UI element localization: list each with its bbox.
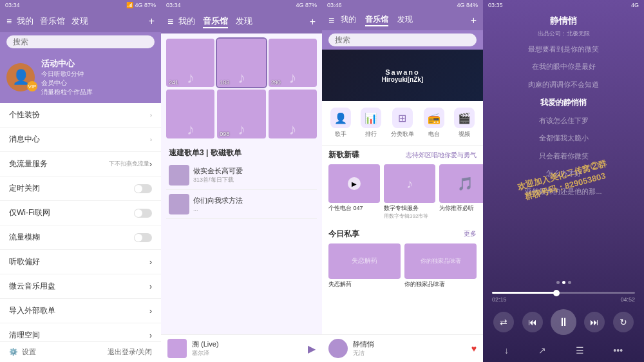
album-item-3[interactable]: 290 (269, 39, 317, 87)
new-music-card-2[interactable]: ♪ 数字专辑服务 用数字专辑392市等 (384, 164, 435, 220)
song-item-1[interactable]: 做实金长高可爱 313首/每日下载 (166, 161, 317, 190)
quick-icon-singer[interactable]: 👤 歌手 (330, 108, 351, 138)
download-icon[interactable]: ↓ (504, 345, 509, 356)
lyric-0[interactable]: 最想要看到是你的微笑 (493, 41, 634, 58)
search-input-1[interactable] (6, 35, 155, 48)
new-music-scroll: ▶ 个性电台 047 ♪ 数字专辑服务 用数字专辑392市等 🎵 为你推荐必听 (322, 164, 483, 225)
dot-3 (568, 281, 571, 284)
progress-thumb[interactable] (553, 290, 560, 296)
lyric-6[interactable]: 只会着着你微笑 (493, 148, 634, 165)
progress-track[interactable] (492, 292, 635, 294)
settings-label[interactable]: 设置 (22, 347, 36, 357)
lyric-1[interactable]: 在我的眼中你是最好 (493, 58, 634, 75)
new-music-card-3[interactable]: 🎵 为你推荐必听 (439, 164, 483, 220)
tab-mine-2[interactable]: 我的 (178, 15, 195, 28)
now-playing-artist-2: 塞尔泽 (192, 349, 303, 357)
menu-toggle-timer[interactable] (134, 184, 152, 193)
menu-item-personalize[interactable]: 个性装扮 › (0, 103, 161, 128)
tab-library-3[interactable]: 音乐馆 (365, 14, 388, 26)
shuffle-button[interactable]: ⇄ (493, 312, 514, 332)
repeat-button[interactable]: ↻ (613, 312, 634, 332)
album-item-5[interactable]: 098 (217, 90, 265, 138)
song-info-1: 做实金长高可爱 313首/每日下载 (193, 166, 314, 184)
lyric-5[interactable]: 全都懂我太脆小 (493, 129, 634, 147)
menu-item-free-flow[interactable]: 免流量服务 下不扣燕免流量 › (0, 152, 161, 176)
tab-discover-3[interactable]: 发现 (397, 14, 413, 26)
heart-button[interactable]: ♥ (471, 343, 477, 354)
song-item-2[interactable]: 你们向我求方法 ... (166, 190, 317, 219)
menu-icon-3[interactable]: ≡ (328, 15, 334, 26)
discovery-content: Sawano Hiroyuki[nZk] 👤 歌手 📊 排行 ⊞ 分类歌单 📻 … (322, 50, 483, 334)
header-1: ≡ 我的 音乐馆 发现 + (0, 10, 161, 32)
share-icon[interactable]: ↗ (538, 345, 546, 356)
album-item-4[interactable] (166, 90, 214, 138)
search-bar-3 (322, 30, 483, 50)
menu-item-clean[interactable]: 清理空间 › (0, 323, 161, 341)
menu-item-preference[interactable]: 听歌偏好 › (0, 250, 161, 274)
now-playing-title-3: 静情悄 (353, 339, 466, 349)
card-thumb-1: ▶ (328, 164, 380, 203)
next-button[interactable]: ⏭ (584, 312, 605, 332)
add-button-2[interactable]: + (310, 16, 316, 28)
today-private-more[interactable]: 更多 (464, 229, 477, 238)
album-item-6[interactable] (269, 90, 317, 138)
status-bar-3: 03:46 4G 84% (322, 0, 483, 10)
quick-icon-playlist[interactable]: ⊞ 分类歌单 (391, 108, 414, 138)
play-pause-button[interactable]: ⏸ (551, 309, 576, 335)
lyric-4[interactable]: 有该怎么住下罗 (493, 112, 634, 129)
menu-item-cloud[interactable]: 微云音乐用盘 › (0, 274, 161, 299)
add-button-1[interactable]: + (149, 15, 155, 27)
lyric-8[interactable]: 亚然最帅的还是他的那... (493, 183, 634, 200)
quick-icon-video[interactable]: 🎬 视频 (454, 108, 475, 138)
card-label-3: 为你推荐必听 (439, 205, 483, 213)
playlist-icon: ⊞ (392, 108, 413, 128)
search-input-3[interactable] (328, 33, 477, 46)
menu-icon-1[interactable]: ≡ (6, 16, 12, 26)
singer-label: 歌手 (335, 130, 346, 138)
prev-button[interactable]: ⏮ (522, 312, 543, 332)
tab-library-1[interactable]: 音乐馆 (40, 15, 65, 27)
chart-icon: 📊 (361, 108, 381, 128)
menu-item-timer[interactable]: 定时关闭 (0, 176, 161, 201)
song-title-1: 做实金长高可爱 (193, 166, 314, 176)
menu-item-messages[interactable]: 消息中心 › (0, 128, 161, 152)
play-btn-1[interactable]: ▶ (348, 177, 361, 190)
menu-item-import[interactable]: 导入外部歌单 › (0, 299, 161, 323)
private-card-1[interactable]: 失恋解药 失恋解药 (328, 243, 401, 289)
play-icon-2[interactable]: ▶ (308, 343, 316, 355)
tab-mine-3[interactable]: 我的 (341, 14, 356, 26)
profile-username: 活动中心 (41, 58, 93, 70)
logout-label[interactable]: 退出登录/关闭 (108, 347, 152, 357)
time-4: 03:35 (488, 2, 503, 8)
playlist-icon-player[interactable]: ☰ (576, 345, 584, 356)
lyric-3[interactable]: 我爱的静悄悄 (493, 93, 634, 112)
menu-item-traffic[interactable]: 流量模糊 (0, 225, 161, 250)
private-label-2: 你的独家品味著 (404, 281, 477, 289)
private-label-1: 失恋解药 (328, 281, 401, 289)
add-button-3[interactable]: + (471, 15, 477, 26)
quick-icon-radio[interactable]: 📻 电台 (424, 108, 444, 138)
tab-mine-1[interactable]: 我的 (17, 15, 33, 27)
menu-toggle-traffic[interactable] (134, 233, 152, 242)
album-item-1[interactable]: 241 (166, 39, 214, 87)
album-item-2[interactable]: 183 (217, 39, 265, 87)
now-playing-bar-3: 静情悄 无洁 ♥ (322, 334, 483, 362)
menu-item-wifi[interactable]: 仅Wi-Fi联网 (0, 201, 161, 225)
new-music-more[interactable]: 志待郊区唱地你爱与勇气 (406, 151, 477, 160)
more-icon[interactable]: ••• (613, 345, 623, 356)
lyric-7[interactable]: 怎么办才好 (493, 165, 634, 182)
menu-icon-2[interactable]: ≡ (167, 16, 173, 28)
album-count-2: 183 (220, 79, 229, 86)
menu-badge-free-flow: 下不扣燕免流量 (109, 160, 149, 168)
new-music-card-1[interactable]: ▶ 个性电台 047 (328, 164, 380, 220)
menu-toggle-wifi[interactable] (134, 209, 152, 218)
private-card-2[interactable]: 你的独家品味著 你的独家品味著 (404, 243, 477, 289)
profile-info: 活动中心 今日听歌0分钟 会员中心 消量粉粒个作品库 (41, 58, 93, 97)
song-title: 静情悄 (489, 15, 638, 27)
tab-discover-1[interactable]: 发现 (71, 15, 88, 27)
quick-icon-chart[interactable]: 📊 排行 (361, 108, 381, 138)
lyric-2[interactable]: 肉麻的调调你不会知道 (493, 76, 634, 93)
tab-library-2[interactable]: 音乐馆 (203, 15, 228, 28)
tab-discover-2[interactable]: 发现 (236, 15, 252, 28)
song-info-2: 你们向我求方法 ... (193, 196, 314, 212)
